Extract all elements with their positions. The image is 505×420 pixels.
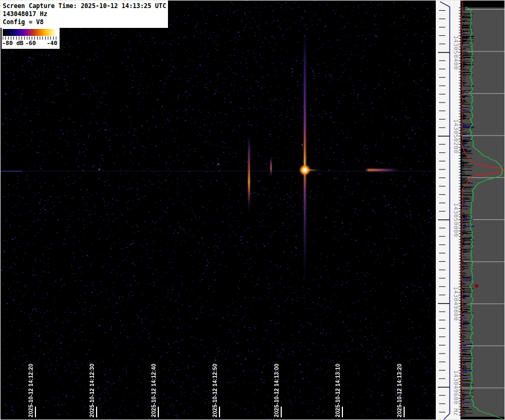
time-tick-label: 2025-10-12 14:12:40: [151, 364, 157, 417]
time-tick-mark: [96, 407, 97, 417]
screen-capture: Screen Capture Time: 2025-10-12 14:13:25…: [0, 0, 505, 420]
config-label: Config = V8: [3, 18, 168, 26]
colorbar-gradient: [3, 29, 56, 36]
time-tick-mark: [342, 407, 343, 417]
time-tick-label: 2025-10-12 14:12:30: [89, 364, 95, 417]
colorbar-label-max: -40: [47, 40, 57, 47]
time-tick-label: 2025-10-12 14:13:00: [274, 364, 280, 417]
time-tick-mark: [35, 407, 36, 417]
time-tick-label: 2025-10-12 14:13:10: [335, 364, 341, 417]
spectrogram-waterfall: [0, 0, 436, 420]
capture-time-label: Screen Capture Time: 2025-10-12 14:13:25…: [3, 2, 168, 10]
colorbar-label-mid: -60: [25, 40, 36, 47]
intensity-colorbar: -80 dB -60 -40: [2, 28, 60, 49]
time-tick-mark: [281, 407, 282, 417]
frequency-label: 143048017 Hz: [3, 10, 168, 18]
time-tick-label: 2025-10-12 14:12:20: [28, 364, 34, 417]
spectrum-panel: [459, 0, 505, 420]
frequency-tick-label: 143050400: [452, 35, 459, 70]
frequency-tick-label: 143049600 Hz: [452, 370, 459, 416]
time-tick-mark: [219, 407, 220, 417]
time-tick-label: 2025-10-12 14:12:50: [212, 364, 218, 417]
time-tick-mark: [158, 407, 159, 417]
frequency-tick-label: 143049800: [452, 286, 459, 321]
time-tick-label: 2025-10-12 14:13:20: [397, 364, 402, 417]
frequency-tick-label: 143050200: [452, 119, 459, 153]
frequency-tick-label: 143050000: [452, 203, 459, 237]
colorbar-label-min: -80 dB: [2, 40, 24, 47]
capture-info-box: Screen Capture Time: 2025-10-12 14:13:25…: [1, 1, 168, 28]
time-tick-mark: [404, 407, 405, 417]
